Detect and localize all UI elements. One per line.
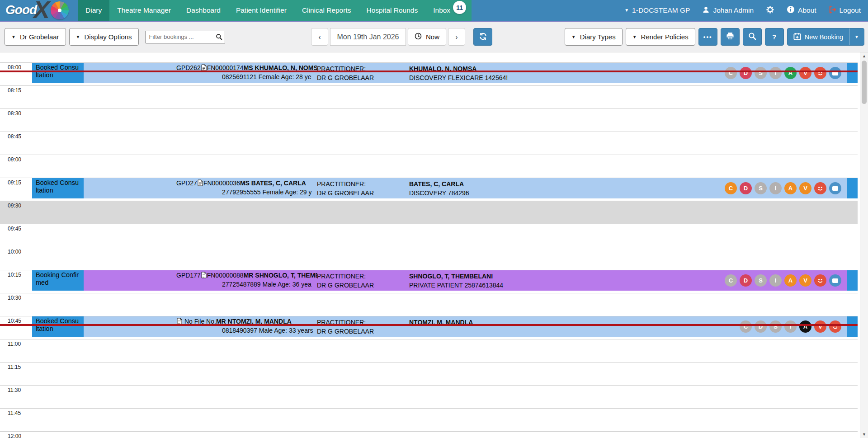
status-icon-a[interactable]: A bbox=[784, 274, 797, 287]
status-icon-c[interactable]: C bbox=[725, 67, 737, 79]
status-icon-v[interactable]: V bbox=[799, 182, 811, 194]
help-button[interactable]: ? bbox=[765, 28, 784, 46]
booking-row-0800[interactable]: Booked ConsultationGPD262FN00000174MS KH… bbox=[32, 63, 858, 83]
smiley-icon[interactable] bbox=[814, 274, 826, 287]
patient-name: BATES, C, CARLA bbox=[409, 179, 469, 188]
filter-bookings-input[interactable] bbox=[146, 31, 225, 43]
nav-item-diary[interactable]: Diary bbox=[78, 0, 109, 21]
time-slot-0845[interactable] bbox=[0, 132, 858, 155]
patient-details: 0825691121 Female Age: 28 ye bbox=[222, 73, 321, 82]
smiley-icon[interactable] bbox=[829, 320, 841, 333]
status-icon-i[interactable]: I bbox=[769, 182, 782, 194]
settings-button[interactable] bbox=[766, 5, 774, 16]
status-icon-s[interactable]: S bbox=[755, 67, 767, 79]
info-icon bbox=[787, 5, 795, 15]
time-slot-0945[interactable] bbox=[0, 224, 858, 247]
smiley-icon[interactable] bbox=[814, 67, 826, 79]
scrollbar-thumb[interactable] bbox=[862, 61, 867, 104]
time-slot-0900[interactable] bbox=[0, 155, 858, 178]
display-options-label: Display Options bbox=[85, 33, 132, 41]
status-icon-i[interactable]: I bbox=[784, 320, 797, 333]
new-booking-dropdown[interactable]: ▼ bbox=[849, 28, 864, 45]
medical-aid-scheme: DISCOVERY 784296 bbox=[409, 188, 469, 198]
status-icon-a[interactable]: A bbox=[784, 67, 797, 79]
status-icon-s[interactable]: S bbox=[755, 182, 767, 194]
booking-row-0915[interactable]: Booked ConsultationGPD27FN00000036MS BAT… bbox=[32, 178, 858, 198]
time-slot-1130[interactable] bbox=[0, 385, 858, 408]
booking-row-1045[interactable]: Booked Consultation No File No.MR NTOMZI… bbox=[32, 316, 858, 337]
status-icon-d[interactable]: D bbox=[740, 67, 752, 79]
nav-item-inbox[interactable]: Inbox11 bbox=[425, 0, 458, 21]
status-icon-d[interactable]: D bbox=[740, 182, 752, 194]
status-icon-s[interactable]: S bbox=[755, 274, 767, 287]
booking-status[interactable]: Booked Consultation bbox=[32, 316, 84, 337]
status-icon-c[interactable]: C bbox=[725, 274, 737, 287]
status-icon-v[interactable]: V bbox=[799, 67, 811, 79]
chat-icon[interactable] bbox=[829, 67, 841, 79]
print-button[interactable] bbox=[721, 28, 740, 46]
time-slot-1115[interactable] bbox=[0, 362, 858, 385]
row-end-cap bbox=[847, 316, 858, 337]
smiley-icon[interactable] bbox=[814, 182, 826, 194]
status-icon-s[interactable]: S bbox=[769, 320, 782, 333]
booking-status-icons: CDSIAV bbox=[725, 274, 841, 287]
status-icon-i[interactable]: I bbox=[769, 274, 782, 287]
time-label: 10:00 bbox=[8, 249, 21, 255]
slot-gridline bbox=[0, 108, 858, 109]
current-date[interactable]: Mon 19th Jan 2026 bbox=[330, 28, 406, 46]
user-menu[interactable]: Johan Admin bbox=[702, 6, 754, 15]
chevron-down-icon: ▼ bbox=[76, 35, 80, 39]
nav-item-clinical-reports[interactable]: Clinical Reports bbox=[294, 0, 359, 21]
refresh-button[interactable] bbox=[473, 28, 492, 46]
status-icon-d[interactable]: D bbox=[755, 320, 767, 333]
blocked-slot-0930[interactable] bbox=[0, 201, 858, 224]
row-end-cap bbox=[847, 63, 858, 83]
new-booking-label: New Booking bbox=[805, 33, 843, 41]
time-slot-1145[interactable] bbox=[0, 408, 858, 431]
status-icon-i[interactable]: I bbox=[769, 67, 782, 79]
prev-day-button[interactable]: ‹ bbox=[311, 28, 328, 46]
new-booking-button[interactable]: New Booking ▼ bbox=[787, 28, 864, 46]
time-slot-1200[interactable] bbox=[0, 431, 858, 438]
nav-item-hospital-rounds[interactable]: Hospital Rounds bbox=[359, 0, 425, 21]
app-logo[interactable]: X Good bbox=[0, 0, 78, 21]
chat-icon[interactable] bbox=[829, 182, 841, 194]
time-slot-1030[interactable] bbox=[0, 293, 858, 316]
time-slot-0815[interactable] bbox=[0, 85, 858, 108]
about-button[interactable]: About bbox=[787, 5, 816, 15]
vertical-scrollbar[interactable]: ▲ ▼ bbox=[860, 52, 868, 438]
diary-types-dropdown[interactable]: ▼ Diary Types bbox=[565, 28, 623, 46]
practitioner-dropdown[interactable]: ▼ Dr Grobelaar bbox=[5, 28, 66, 46]
booking-status[interactable]: Booked Consultation bbox=[32, 63, 84, 83]
practice-selector[interactable]: ▼ 1-DOCSTEAM GP bbox=[624, 6, 690, 14]
time-label: 08:30 bbox=[8, 110, 21, 117]
nav-item-patient-identifier[interactable]: Patient Identifier bbox=[228, 0, 294, 21]
display-options-dropdown[interactable]: ▼ Display Options bbox=[69, 28, 139, 46]
scroll-up-arrow[interactable]: ▲ bbox=[860, 54, 868, 58]
logout-button[interactable]: Logout bbox=[829, 6, 861, 15]
status-icon-d[interactable]: D bbox=[740, 274, 752, 287]
nav-item-theatre-manager[interactable]: Theatre Manager bbox=[109, 0, 179, 21]
status-icon-a[interactable]: A bbox=[799, 320, 811, 333]
time-slot-1000[interactable] bbox=[0, 247, 858, 270]
booking-status-icons: CDSIAV bbox=[725, 67, 841, 79]
booking-row-1015[interactable]: Booking ConfirmedGPD177FN00000088MR SHNO… bbox=[32, 270, 858, 291]
status-icon-c[interactable]: C bbox=[725, 182, 737, 194]
search-button[interactable] bbox=[743, 28, 762, 46]
status-icon-v[interactable]: V bbox=[799, 274, 811, 287]
more-actions-button[interactable]: ••• bbox=[698, 28, 717, 46]
status-icon-c[interactable]: C bbox=[740, 320, 752, 333]
chat-icon[interactable] bbox=[829, 274, 841, 287]
time-slot-1100[interactable] bbox=[0, 339, 858, 362]
status-icon-v[interactable]: V bbox=[814, 320, 826, 333]
now-button[interactable]: Now bbox=[408, 28, 446, 46]
booking-status[interactable]: Booked Consultation bbox=[32, 178, 84, 198]
nav-item-dashboard[interactable]: Dashboard bbox=[179, 0, 228, 21]
scroll-down-arrow[interactable]: ▼ bbox=[860, 432, 868, 437]
status-icon-a[interactable]: A bbox=[784, 182, 797, 194]
render-policies-dropdown[interactable]: ▼ Render Policies bbox=[626, 28, 695, 46]
time-slot-0830[interactable] bbox=[0, 108, 858, 132]
next-day-button[interactable]: › bbox=[448, 28, 465, 46]
booking-status[interactable]: Booking Confirmed bbox=[32, 270, 84, 291]
chevron-down-icon: ▼ bbox=[11, 35, 16, 39]
